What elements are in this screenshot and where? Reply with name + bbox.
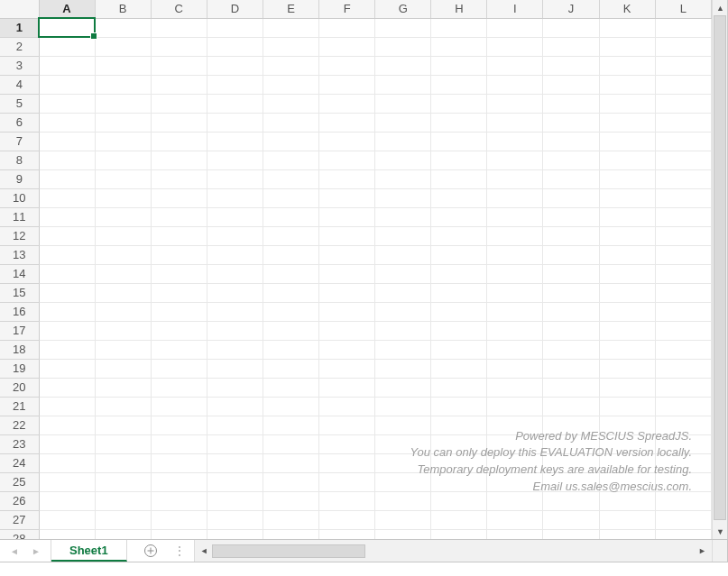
cell-k23[interactable] <box>599 434 655 453</box>
row-header-6[interactable]: 6 <box>0 113 39 132</box>
row-header-12[interactable]: 12 <box>0 226 39 245</box>
cell-e27[interactable] <box>263 510 318 529</box>
cell-b26[interactable] <box>95 491 151 510</box>
cell-k13[interactable] <box>599 245 655 264</box>
cell-l2[interactable] <box>655 37 711 56</box>
cell-f19[interactable] <box>319 359 375 378</box>
cell-f26[interactable] <box>319 491 375 510</box>
cell-i4[interactable] <box>487 75 543 94</box>
cell-j11[interactable] <box>543 207 599 226</box>
cell-f22[interactable] <box>319 416 375 434</box>
cell-b10[interactable] <box>95 188 151 207</box>
cell-c24[interactable] <box>151 453 207 472</box>
cell-a16[interactable] <box>39 302 95 321</box>
cell-d12[interactable] <box>207 226 263 245</box>
cell-e13[interactable] <box>263 245 318 264</box>
cell-b12[interactable] <box>95 226 151 245</box>
cell-g20[interactable] <box>375 378 431 397</box>
cell-i5[interactable] <box>487 94 543 113</box>
cell-h20[interactable] <box>431 378 487 397</box>
cell-f14[interactable] <box>319 264 375 283</box>
cell-b16[interactable] <box>95 302 151 321</box>
cell-k9[interactable] <box>599 169 655 188</box>
cell-d2[interactable] <box>207 37 263 56</box>
cell-h19[interactable] <box>431 359 487 378</box>
cell-j24[interactable] <box>543 453 599 472</box>
cell-c20[interactable] <box>151 378 207 397</box>
cell-e20[interactable] <box>263 378 318 397</box>
cell-c26[interactable] <box>151 491 207 510</box>
cell-d22[interactable] <box>207 416 263 434</box>
cell-d9[interactable] <box>207 169 263 188</box>
cell-f28[interactable] <box>319 529 375 539</box>
cell-g25[interactable] <box>375 472 431 491</box>
cell-j18[interactable] <box>543 340 599 359</box>
cell-c19[interactable] <box>151 359 207 378</box>
cell-h8[interactable] <box>431 151 487 169</box>
cell-d8[interactable] <box>207 151 263 169</box>
cell-g4[interactable] <box>375 75 431 94</box>
cell-j9[interactable] <box>543 169 599 188</box>
cell-h12[interactable] <box>431 226 487 245</box>
cell-h10[interactable] <box>431 188 487 207</box>
cell-b1[interactable] <box>95 18 151 37</box>
cell-h28[interactable] <box>431 529 487 539</box>
row-header-9[interactable]: 9 <box>0 169 39 188</box>
cell-e28[interactable] <box>263 529 318 539</box>
cell-k12[interactable] <box>599 226 655 245</box>
cell-g13[interactable] <box>375 245 431 264</box>
cell-g7[interactable] <box>375 132 431 151</box>
cell-e16[interactable] <box>263 302 318 321</box>
scroll-up-arrow[interactable]: ▲ <box>713 0 728 15</box>
cell-j10[interactable] <box>543 188 599 207</box>
cell-c5[interactable] <box>151 94 207 113</box>
row-header-10[interactable]: 10 <box>0 188 39 207</box>
cell-l20[interactable] <box>655 378 711 397</box>
cell-l6[interactable] <box>655 113 711 132</box>
cell-l9[interactable] <box>655 169 711 188</box>
cell-b22[interactable] <box>95 416 151 434</box>
cell-b11[interactable] <box>95 207 151 226</box>
row-header-18[interactable]: 18 <box>0 340 39 359</box>
cell-a14[interactable] <box>39 264 95 283</box>
row-header-26[interactable]: 26 <box>0 491 39 510</box>
cell-g17[interactable] <box>375 321 431 340</box>
cell-l25[interactable] <box>655 472 711 491</box>
cell-a10[interactable] <box>39 188 95 207</box>
cell-b18[interactable] <box>95 340 151 359</box>
cell-a4[interactable] <box>39 75 95 94</box>
cell-f8[interactable] <box>319 151 375 169</box>
cell-i8[interactable] <box>487 151 543 169</box>
cell-l14[interactable] <box>655 264 711 283</box>
cell-l19[interactable] <box>655 359 711 378</box>
cell-g23[interactable] <box>375 434 431 453</box>
cell-i21[interactable] <box>487 397 543 416</box>
row-header-20[interactable]: 20 <box>0 378 39 397</box>
cell-a23[interactable] <box>39 434 95 453</box>
row-header-16[interactable]: 16 <box>0 302 39 321</box>
cell-e22[interactable] <box>263 416 318 434</box>
cell-j13[interactable] <box>543 245 599 264</box>
row-header-2[interactable]: 2 <box>0 37 39 56</box>
cell-a22[interactable] <box>39 416 95 434</box>
cell-l23[interactable] <box>655 434 711 453</box>
cell-j2[interactable] <box>543 37 599 56</box>
cell-c7[interactable] <box>151 132 207 151</box>
column-header-k[interactable]: K <box>599 0 655 18</box>
scroll-left-arrow[interactable]: ◄ <box>197 544 212 559</box>
cell-f13[interactable] <box>319 245 375 264</box>
cell-i3[interactable] <box>487 56 543 75</box>
cell-g10[interactable] <box>375 188 431 207</box>
cell-c27[interactable] <box>151 510 207 529</box>
cell-l4[interactable] <box>655 75 711 94</box>
cell-a19[interactable] <box>39 359 95 378</box>
cell-j20[interactable] <box>543 378 599 397</box>
cell-g22[interactable] <box>375 416 431 434</box>
row-header-27[interactable]: 27 <box>0 510 39 529</box>
cell-a25[interactable] <box>39 472 95 491</box>
cell-g15[interactable] <box>375 283 431 302</box>
cell-i25[interactable] <box>487 472 543 491</box>
row-header-28[interactable]: 28 <box>0 529 39 539</box>
cell-a12[interactable] <box>39 226 95 245</box>
cell-e2[interactable] <box>263 37 318 56</box>
